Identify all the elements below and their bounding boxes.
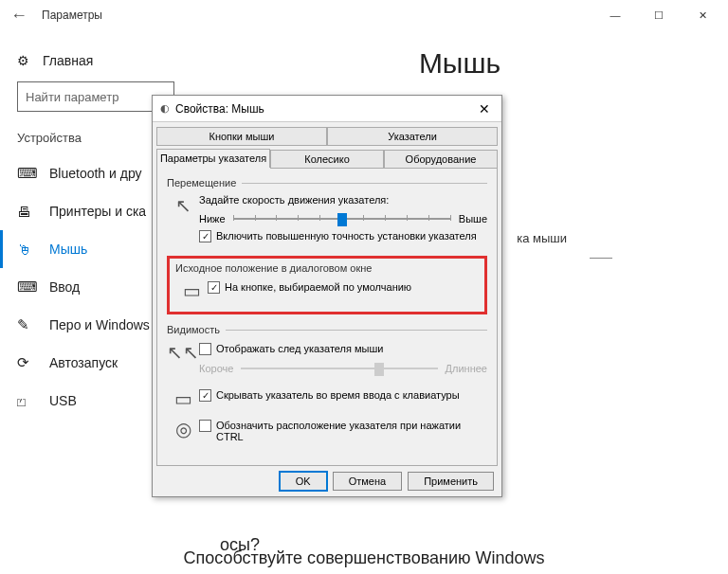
tab-Колесико[interactable]: Колесико [270, 150, 384, 169]
nav-icon: ⌨ [17, 165, 36, 182]
tab-Оборудование[interactable]: Оборудование [384, 150, 498, 169]
enhance-precision-checkbox[interactable]: Включить повышенную точность установки у… [199, 230, 487, 242]
ctrl-locate-checkbox[interactable]: Обозначить расположение указателя при на… [199, 420, 487, 442]
dialog-close-button[interactable]: ✕ [475, 101, 494, 117]
nav-icon: 🖰 [17, 242, 36, 258]
tab-Указатели[interactable]: Указатели [327, 127, 498, 146]
back-button[interactable]: ← [4, 6, 34, 26]
close-button[interactable]: ✕ [681, 0, 724, 30]
hide-typing-checkbox[interactable]: Скрывать указатель во время ввода с клав… [199, 389, 487, 402]
hide-typing-icon: ▭ [167, 387, 199, 410]
cursor-icon: ↖ [167, 194, 199, 217]
snapto-icon: ▭ [175, 279, 208, 302]
gear-icon: ⚙ [17, 53, 29, 68]
window-title: Параметры [34, 9, 593, 22]
pointer-trail-icon: ↖↖ [167, 341, 199, 364]
dialog-title: Свойства: Мышь [175, 102, 475, 116]
minimize-button[interactable]: — [593, 0, 637, 30]
pointer-trail-checkbox[interactable]: Отображать след указателя мыши [199, 343, 487, 355]
ctrl-locate-icon: ◎ [167, 418, 199, 440]
page-title: Мышь [220, 47, 700, 80]
tab-Кнопки мыши[interactable]: Кнопки мыши [156, 127, 327, 146]
ok-button[interactable]: OK [280, 472, 327, 491]
pointer-speed-slider[interactable]: Ниже Выше [199, 211, 487, 226]
nav-icon: ⌨ [17, 278, 36, 296]
dialog-titlebar[interactable]: ◐ Свойства: Мышь ✕ [153, 96, 501, 122]
cancel-button[interactable]: Отмена [333, 472, 402, 491]
snapto-group-highlight: Исходное положение в диалоговом окне ▭ Н… [167, 256, 487, 314]
apply-button[interactable]: Применить [408, 472, 494, 491]
home-link[interactable]: ⚙ Главная [0, 45, 191, 81]
nav-icon: ⟳ [17, 354, 36, 371]
trail-length-slider: Короче Длиннее [199, 361, 487, 376]
home-label: Главная [43, 53, 93, 68]
group-movement: Перемещение ↖ Задайте скорость движения … [167, 177, 487, 248]
maximize-button[interactable]: ☐ [637, 0, 681, 30]
bottom-cutoff-text: Способствуйте совершенствованию Windows [0, 548, 728, 568]
snapto-checkbox[interactable]: На кнопке, выбираемой по умолчанию [208, 281, 479, 294]
tab-Параметры указателя[interactable]: Параметры указателя [156, 149, 270, 168]
group-visibility: Видимость ↖↖ Отображать след указателя м… [167, 324, 487, 448]
nav-icon: 🖶 [17, 204, 36, 220]
dialog-icon: ◐ [160, 102, 170, 115]
nav-icon: ✎ [17, 316, 36, 333]
mouse-properties-dialog: ◐ Свойства: Мышь ✕ Кнопки мышиУказатели … [152, 95, 502, 497]
settings-titlebar: ← Параметры — ☐ ✕ [0, 0, 728, 30]
nav-icon: ⏍ [17, 393, 36, 409]
